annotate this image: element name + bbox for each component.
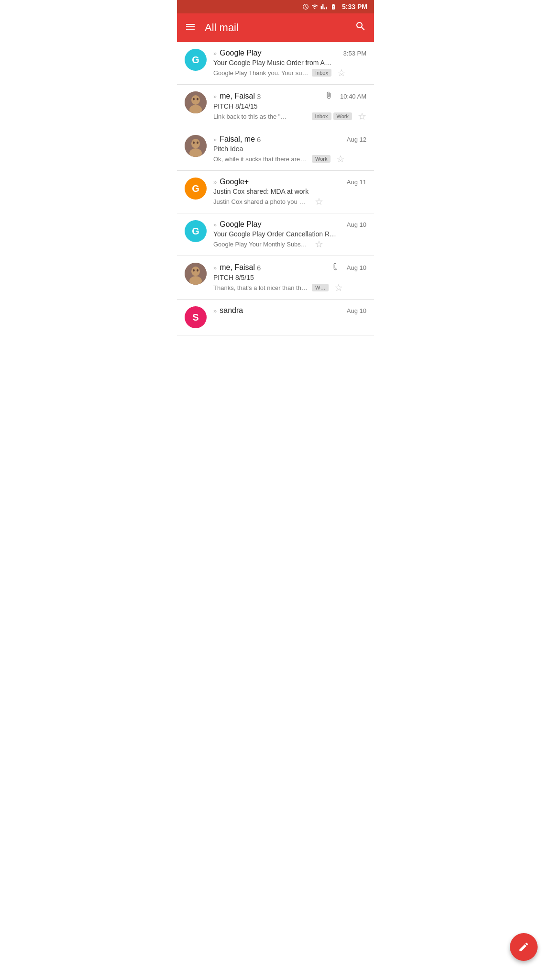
forward-arrows-icon: » bbox=[213, 264, 217, 271]
mail-subject: PITCH 8/14/15 bbox=[213, 102, 366, 110]
mail-item[interactable]: » me, Faisal 3 10:40 AM PITCH 8/14/15 Li… bbox=[177, 85, 374, 128]
forward-arrows-icon: » bbox=[213, 136, 217, 143]
mail-top: » me, Faisal 3 10:40 AM bbox=[213, 91, 366, 101]
svg-point-11 bbox=[191, 267, 200, 276]
svg-point-14 bbox=[197, 269, 198, 272]
mail-preview-row: Ok, while it sucks that there aren… Work… bbox=[213, 154, 366, 164]
avatar: G bbox=[185, 220, 207, 242]
forward-arrows-icon: » bbox=[213, 221, 217, 228]
svg-point-6 bbox=[191, 139, 200, 148]
star-button[interactable]: ☆ bbox=[315, 197, 323, 206]
mail-preview: Ok, while it sucks that there aren… bbox=[213, 156, 309, 163]
svg-point-1 bbox=[191, 95, 200, 105]
page-title: All mail bbox=[205, 22, 355, 34]
svg-point-9 bbox=[197, 142, 198, 144]
attachment-icon bbox=[331, 263, 339, 272]
forward-arrows-icon: » bbox=[213, 178, 217, 186]
mail-preview-row: Justin Cox shared a photo you may like… … bbox=[213, 197, 366, 206]
work-tag: Work bbox=[312, 155, 331, 163]
avatar bbox=[185, 91, 207, 113]
mail-time: Aug 10 bbox=[347, 307, 366, 314]
forward-arrows-icon: » bbox=[213, 50, 217, 57]
mail-item[interactable]: S » sandra Aug 10 bbox=[177, 300, 374, 335]
status-time: 5:33 PM bbox=[342, 3, 367, 11]
mail-time: Aug 10 bbox=[347, 221, 366, 228]
mail-content: » Google+ Aug 11 Justin Cox shared: MDA … bbox=[213, 178, 366, 206]
avatar bbox=[185, 263, 207, 285]
mail-preview: Thanks, that's a lot nicer than th… bbox=[213, 284, 309, 291]
mail-time: Aug 12 bbox=[347, 136, 366, 143]
human-avatar-image bbox=[185, 263, 207, 285]
mail-top: » Google+ Aug 11 bbox=[213, 178, 366, 186]
mail-sender: » sandra bbox=[213, 306, 243, 315]
status-icons bbox=[302, 3, 337, 10]
mail-preview: Link back to this as the "… bbox=[213, 113, 309, 120]
mail-preview-row: Thanks, that's a lot nicer than th… W… ☆ bbox=[213, 283, 366, 292]
mail-top: » me, Faisal 6 Aug 10 bbox=[213, 263, 366, 272]
mail-sender: » Google Play bbox=[213, 220, 261, 229]
wifi-icon bbox=[311, 3, 318, 10]
avatar: S bbox=[185, 306, 207, 328]
svg-point-8 bbox=[193, 142, 195, 144]
mail-subject: Your Google Play Order Cancellation R… bbox=[213, 230, 366, 238]
mail-content: » Google Play Aug 10 Your Google Play Or… bbox=[213, 220, 366, 249]
human-avatar-image bbox=[185, 135, 207, 157]
mail-tags: Inbox Work bbox=[312, 112, 352, 120]
star-button[interactable]: ☆ bbox=[334, 283, 343, 292]
avatar: G bbox=[185, 178, 207, 200]
mail-top: » Faisal, me 6 Aug 12 bbox=[213, 135, 366, 144]
battery-icon bbox=[330, 3, 337, 10]
mail-subject: PITCH 8/5/15 bbox=[213, 274, 366, 281]
mail-content: » me, Faisal 3 10:40 AM PITCH 8/14/15 Li… bbox=[213, 91, 366, 121]
mail-content: » Google Play 3:53 PM Your Google Play M… bbox=[213, 49, 366, 78]
mail-time: Aug 11 bbox=[347, 178, 366, 186]
mail-content: » Faisal, me 6 Aug 12 Pitch Idea Ok, whi… bbox=[213, 135, 366, 164]
inbox-tag: Inbox bbox=[312, 112, 331, 120]
mail-content: » sandra Aug 10 bbox=[213, 306, 366, 316]
mail-subject: Pitch Idea bbox=[213, 145, 366, 153]
mail-item[interactable]: G » Google Play 3:53 PM Your Google Play… bbox=[177, 42, 374, 85]
mail-subject: Justin Cox shared: MDA at work bbox=[213, 188, 366, 195]
attachment-icon bbox=[325, 91, 332, 101]
mail-item[interactable]: G » Google+ Aug 11 Justin Cox shared: MD… bbox=[177, 171, 374, 213]
mail-time: 3:53 PM bbox=[343, 50, 366, 57]
mail-sender: » me, Faisal 6 bbox=[213, 263, 261, 272]
svg-point-13 bbox=[193, 269, 195, 272]
inbox-tag: Inbox bbox=[312, 69, 331, 77]
star-button[interactable]: ☆ bbox=[336, 154, 345, 164]
star-button[interactable]: ☆ bbox=[358, 111, 366, 121]
mail-tags: W… bbox=[312, 284, 329, 291]
menu-button[interactable] bbox=[185, 21, 196, 34]
star-button[interactable]: ☆ bbox=[337, 68, 346, 78]
svg-point-3 bbox=[193, 98, 195, 100]
mail-list: G » Google Play 3:53 PM Your Google Play… bbox=[177, 42, 374, 335]
alarm-icon bbox=[302, 3, 309, 10]
forward-arrows-icon: » bbox=[213, 93, 217, 100]
app-header: All mail bbox=[177, 13, 374, 42]
mail-top: » Google Play Aug 10 bbox=[213, 220, 366, 229]
mail-preview-row: Link back to this as the "… Inbox Work ☆ bbox=[213, 111, 366, 121]
mail-item[interactable]: » Faisal, me 6 Aug 12 Pitch Idea Ok, whi… bbox=[177, 128, 374, 171]
mail-tags: Inbox bbox=[312, 69, 331, 77]
mail-preview-row: Google Play Thank you. Your su… Inbox ☆ bbox=[213, 68, 366, 78]
forward-arrows-icon: » bbox=[213, 307, 217, 314]
mail-top: » Google Play 3:53 PM bbox=[213, 49, 366, 57]
signal-icon bbox=[320, 3, 327, 10]
mail-sender: » Google Play bbox=[213, 49, 261, 57]
avatar: G bbox=[185, 49, 207, 71]
mail-item[interactable]: G » Google Play Aug 10 Your Google Play … bbox=[177, 213, 374, 256]
work-tag: Work bbox=[333, 112, 352, 120]
mail-tags: Work bbox=[312, 155, 331, 163]
star-button[interactable]: ☆ bbox=[315, 239, 323, 249]
mail-subject: Your Google Play Music Order from A… bbox=[213, 59, 366, 67]
search-button[interactable] bbox=[355, 21, 366, 35]
svg-point-4 bbox=[197, 98, 198, 100]
mail-time: Aug 10 bbox=[347, 264, 366, 271]
mail-sender: » me, Faisal 3 bbox=[213, 92, 261, 100]
mail-sender: » Google+ bbox=[213, 178, 249, 186]
mail-item[interactable]: » me, Faisal 6 Aug 10 PITCH 8/5/15 Thank… bbox=[177, 256, 374, 300]
mail-preview: Google Play Thank you. Your su… bbox=[213, 69, 309, 77]
mail-top: » sandra Aug 10 bbox=[213, 306, 366, 315]
mail-preview: Justin Cox shared a photo you may like… bbox=[213, 198, 309, 205]
mail-sender: » Faisal, me 6 bbox=[213, 135, 261, 144]
